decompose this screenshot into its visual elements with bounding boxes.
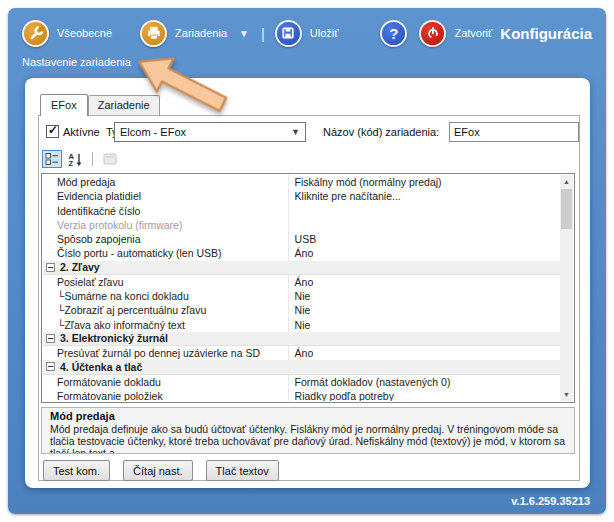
property-value[interactable]: Áno [289,347,560,359]
property-value[interactable]: Formát dokladov (nastavených 0) [289,376,560,388]
grid-row[interactable]: Formátovanie dokladuFormát dokladov (nas… [43,375,560,389]
alphabetical-sort-button[interactable]: A Z [65,150,85,168]
chevron-down-icon[interactable]: ▼ [239,28,249,39]
grid-row[interactable]: └Zobraziť aj percentuálnu zľavuNie [43,303,560,317]
grid-row[interactable]: Presúvať žurnál po dennej uzávierke na S… [43,346,560,360]
grid-category-row[interactable]: 4. Účtenka a tlač [43,360,560,374]
save-button[interactable]: Uložiť [275,20,339,47]
property-name: └Sumárne na konci dokladu [43,289,289,303]
help-button[interactable]: ? [380,20,407,47]
grid-row[interactable]: └Sumárne na konci dokladuNie [43,289,560,303]
property-value[interactable]: Nie [289,304,560,316]
category-name: 3. Elektronický žurnál [60,332,168,344]
breadcrumb: Nastavenie zariadenia [22,56,131,68]
property-description-panel: Mód predaja Mód predaja definuje ako sa … [41,407,575,454]
close-button[interactable]: Zatvoriť [419,20,492,47]
scroll-down-icon[interactable]: ▼ [560,388,573,401]
grid-row[interactable]: Verzia protokolu (firmware) [43,218,560,232]
device-type-select[interactable]: Elcom - EFox ▼ [114,122,306,142]
grid-row[interactable]: Posielať zľavuÁno [43,275,560,289]
screenshot-root: Všeobecné Zariadenia ▼ | [0,0,614,522]
property-pages-icon [103,153,117,165]
grid-row[interactable]: Mód predajaFiskálny mód (normálny predaj… [43,175,560,189]
collapse-icon[interactable] [46,263,55,272]
property-name: Presúvať žurnál po dennej uzávierke na S… [43,346,289,360]
active-checkbox[interactable]: ✓ [46,125,59,138]
vertical-scrollbar[interactable]: ▲ ▼ [560,175,573,401]
property-value[interactable]: Riadky podľa potreby [289,390,560,401]
property-name: Posielať zľavu [43,275,289,289]
categorized-icon [45,152,59,166]
property-grid: Mód predajaFiskálny mód (normálny predaj… [41,173,575,403]
active-label: Aktívne [63,126,100,138]
property-name: └Zobraziť aj percentuálnu zľavu [43,303,289,317]
tab-page: ✓ Aktívne Typ: Elcom - EFox ▼ Názov (kód… [38,115,580,481]
description-title: Mód predaja [50,410,566,423]
page-title: Konfigurácia [500,25,592,42]
collapse-icon[interactable] [46,362,55,371]
power-icon [419,20,446,47]
header-toolbar: Všeobecné Zariadenia ▼ | [8,18,606,48]
help-question-glyph: ? [389,25,398,42]
collapse-icon[interactable] [46,334,55,343]
general-button[interactable]: Všeobecné [22,20,112,47]
close-button-label: Zatvoriť [454,27,492,39]
printer-icon [140,20,167,47]
property-name: Identifikačné číslo [43,204,289,218]
read-settings-button[interactable]: Čítaj nast. [123,460,193,481]
tab-strip: EFox Zariadenie [40,94,160,115]
grid-row[interactable]: └Zľava ako informačný textNie [43,318,560,332]
tab-efox[interactable]: EFox [40,94,88,116]
property-value[interactable]: Áno [289,247,560,259]
grid-row[interactable]: Identifikačné číslo [43,204,560,218]
toolbar-divider [92,152,93,166]
property-name: Evidencia platidiel [43,189,289,203]
toolbar-separator: | [261,25,265,42]
grid-row[interactable]: Formátovanie položiekRiadky podľa potreb… [43,389,560,401]
property-name: └Zľava ako informačný text [43,318,289,332]
grid-row[interactable]: Spôsob zapojeniaUSB [43,232,560,246]
print-texts-button[interactable]: Tlač textov [206,460,279,481]
property-pages-button [100,150,120,168]
device-name-input[interactable] [449,122,579,142]
combo-chevron-down-icon: ▼ [288,123,303,141]
devices-button[interactable]: Zariadenia [140,20,227,47]
property-name: Formátovanie položiek [43,389,289,401]
description-text: Mód predaja definuje ako sa budú účtovať… [50,423,566,454]
help-icon: ? [380,20,407,47]
scrollbar-thumb[interactable] [561,189,572,229]
version-label: v.1.6.259.35213 [511,495,590,507]
propertygrid-toolbar: A Z [42,149,120,169]
configuration-dialog: Všeobecné Zariadenia ▼ | [8,8,606,514]
device-type-value: Elcom - EFox [120,126,186,138]
category-name: 2. Zľavy [60,261,100,273]
property-value[interactable]: Fiskálny mód (normálny predaj) [289,176,560,188]
content-panel: EFox Zariadenie ✓ Aktívne Typ: Elcom - E… [25,78,590,488]
property-value[interactable]: Nie [289,319,560,331]
property-value[interactable]: Áno [289,276,560,288]
categorized-view-button[interactable] [42,150,62,168]
wrench-icon [22,20,49,47]
property-value[interactable]: USB [289,233,560,245]
save-icon [275,20,302,47]
property-value[interactable]: Kliknite pre načítanie... [289,190,560,202]
grid-category-row[interactable]: 3. Elektronický žurnál [43,332,560,346]
grid-category-row[interactable]: 2. Zľavy [43,261,560,275]
test-communication-button[interactable]: Test kom. [43,460,110,481]
footer-button-bar: Test kom. Čítaj nast. Tlač textov [43,460,279,481]
property-name: Verzia protokolu (firmware) [43,218,289,232]
scroll-up-icon[interactable]: ▲ [560,175,573,188]
property-value[interactable]: Nie [289,290,560,302]
svg-text:Z: Z [68,159,73,167]
property-name: Spôsob zapojenia [43,232,289,246]
grid-row[interactable]: Číslo portu - automaticky (len USB)Áno [43,246,560,260]
property-grid-rows: Mód predajaFiskálny mód (normálny predaj… [43,175,560,401]
category-name: 4. Účtenka a tlač [60,361,142,373]
az-sort-icon: A Z [68,152,83,167]
save-button-label: Uložiť [310,27,339,39]
property-name: Číslo portu - automaticky (len USB) [43,246,289,260]
device-name-label: Názov (kód) zariadenia: [323,126,439,138]
tab-zariadenie[interactable]: Zariadenie [88,95,160,115]
grid-row[interactable]: Evidencia platidielKliknite pre načítani… [43,189,560,203]
general-button-label: Všeobecné [57,27,112,39]
